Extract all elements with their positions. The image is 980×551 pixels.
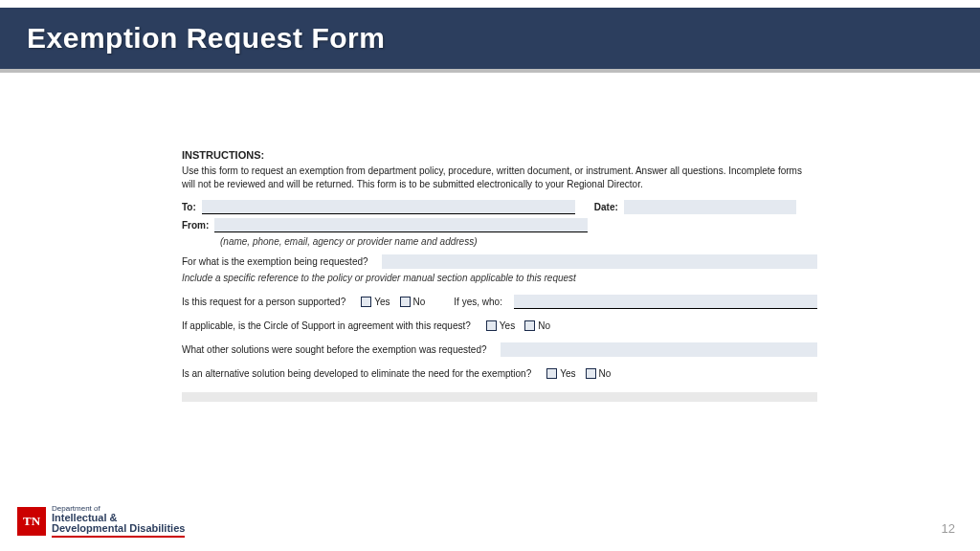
q5-label: Is an alternative solution being develop… [182,368,531,379]
q3-yes-checkbox[interactable] [486,320,497,331]
q3-no-checkbox[interactable] [524,320,535,331]
from-hint: (name, phone, email, agency or provider … [220,236,817,247]
q1-hint: Include a specific reference to the poli… [182,273,817,283]
date-label: Date: [594,202,618,212]
q5-yes-checkbox[interactable] [546,368,557,379]
tn-logo-icon: TN [17,507,46,536]
q3-label: If applicable, is the Circle of Support … [182,320,471,331]
from-label: From: [182,220,209,231]
dept-line2: Developmental Disabilities [52,523,185,538]
section-divider [182,392,817,402]
q3-no-label: No [538,320,550,331]
q2-who-field[interactable] [514,295,817,309]
q1-label: For what is the exemption being requeste… [182,256,368,267]
form-container: INSTRUCTIONS: Use this form to request a… [182,149,817,402]
instructions-heading: INSTRUCTIONS: [182,149,817,161]
q2-yes-checkbox[interactable] [361,297,371,307]
page-number: 12 [942,521,955,536]
q2-ifyes-label: If yes, who: [454,297,502,307]
q3-yes-label: Yes [500,320,515,331]
from-field[interactable] [214,218,588,232]
q1-field[interactable] [382,254,817,269]
instructions-text: Use this form to request an exemption fr… [182,165,817,190]
title-bar: Exemption Request Form [0,0,980,73]
footer: TN Department of Intellectual & Developm… [0,497,980,551]
to-field[interactable] [202,200,575,214]
q4-label: What other solutions were sought before … [182,344,487,355]
dept-logo: TN Department of Intellectual & Developm… [17,505,185,538]
q2-label: Is this request for a person supported? [182,297,345,307]
date-field[interactable] [624,200,796,214]
q2-yes-label: Yes [374,297,390,307]
q2-no-label: No [413,297,426,307]
to-label: To: [182,202,196,212]
q5-no-checkbox[interactable] [586,368,596,379]
q2-no-checkbox[interactable] [400,297,411,307]
q5-no-label: No [599,368,612,379]
q4-field[interactable] [501,342,817,357]
page-title: Exemption Request Form [27,22,385,55]
q5-yes-label: Yes [560,368,575,379]
